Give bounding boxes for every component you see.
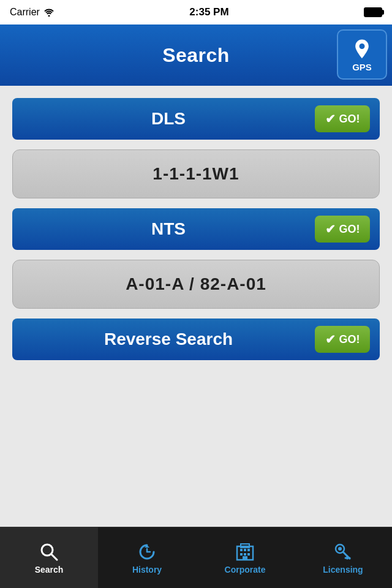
nts-go-label: GO!: [339, 223, 360, 236]
svg-line-2: [51, 554, 57, 560]
status-bar: Carrier 2:35 PM: [0, 0, 392, 24]
dls-go-label: GO!: [339, 113, 360, 126]
tab-search-label: Search: [35, 565, 64, 575]
svg-point-15: [338, 547, 342, 551]
history-tab-icon: [137, 541, 157, 562]
dls-section-row: DLS ✔ GO!: [12, 98, 380, 140]
reverse-go-label: GO!: [339, 333, 360, 346]
wifi-icon: [43, 8, 55, 17]
nts-go-checkmark: ✔: [325, 222, 336, 236]
app-header: Search GPS: [0, 24, 392, 86]
gps-icon: [351, 37, 373, 59]
gps-button[interactable]: GPS: [337, 29, 387, 80]
corporate-tab-icon: [235, 541, 255, 562]
svg-rect-9: [240, 553, 243, 556]
svg-rect-7: [244, 549, 246, 551]
svg-rect-12: [243, 556, 247, 560]
svg-point-0: [48, 15, 50, 17]
status-time: 2:35 PM: [189, 6, 228, 18]
nts-go-button[interactable]: ✔ GO!: [315, 216, 370, 243]
gps-label: GPS: [352, 62, 372, 72]
nts-input-value: A-01-A / 82-A-01: [126, 274, 266, 294]
tab-licensing-label: Licensing: [323, 565, 363, 575]
tab-licensing[interactable]: Licensing: [294, 527, 392, 588]
reverse-go-button[interactable]: ✔ GO!: [315, 326, 370, 353]
tab-bar: Search History Corporate: [0, 527, 392, 588]
tab-history-label: History: [132, 565, 162, 575]
dls-input-value: 1-1-1-1W1: [153, 164, 239, 184]
tab-search[interactable]: Search: [0, 527, 98, 588]
dls-input-field[interactable]: 1-1-1-1W1: [12, 149, 380, 198]
search-tab-icon: [39, 541, 59, 562]
reverse-section-row: Reverse Search ✔ GO!: [12, 318, 380, 360]
main-content: DLS ✔ GO! 1-1-1-1W1 NTS ✔ GO! A-01-A / 8…: [0, 86, 392, 372]
battery-indicator: [364, 7, 382, 17]
nts-input-field[interactable]: A-01-A / 82-A-01: [12, 260, 380, 309]
nts-label: NTS: [22, 219, 315, 239]
licensing-tab-icon: [333, 541, 353, 562]
reverse-label: Reverse Search: [22, 330, 315, 349]
dls-go-button[interactable]: ✔ GO!: [315, 105, 370, 132]
page-title: Search: [162, 44, 230, 67]
nts-section-row: NTS ✔ GO!: [12, 208, 380, 250]
reverse-go-checkmark: ✔: [325, 332, 336, 347]
svg-rect-8: [247, 549, 250, 551]
tab-corporate[interactable]: Corporate: [196, 527, 294, 588]
svg-rect-10: [244, 553, 246, 556]
carrier-label: Carrier: [10, 7, 40, 18]
tab-history[interactable]: History: [98, 527, 196, 588]
dls-go-checkmark: ✔: [325, 111, 336, 126]
svg-rect-6: [240, 549, 243, 551]
carrier-wifi: Carrier: [10, 7, 55, 18]
dls-label: DLS: [22, 109, 315, 129]
svg-rect-11: [247, 553, 250, 556]
tab-corporate-label: Corporate: [225, 565, 266, 575]
